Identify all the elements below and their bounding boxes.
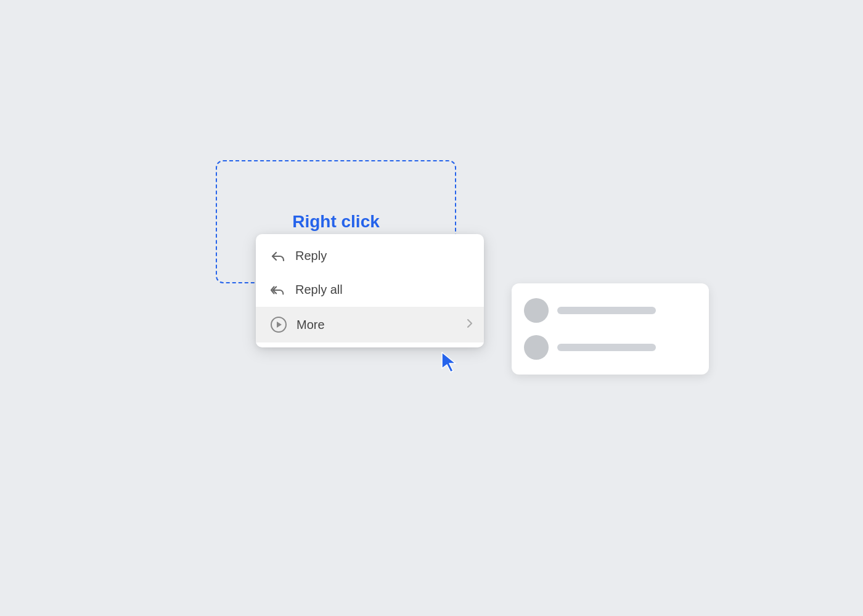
menu-item-more[interactable]: More [256,307,484,342]
preview-card [512,283,709,375]
menu-item-reply[interactable]: Reply [256,239,484,273]
svg-marker-0 [277,322,282,328]
menu-item-reply-all[interactable]: Reply all [256,273,484,307]
chevron-right-icon [467,318,473,331]
svg-marker-1 [442,352,456,372]
scene: Right click Reply Reply all [154,148,709,468]
card-row-2 [524,335,697,360]
cursor-pointer [441,351,459,376]
reply-label: Reply [295,249,327,263]
right-click-label: Right click [292,212,380,232]
reply-icon [271,250,285,262]
reply-all-label: Reply all [295,283,343,297]
avatar-2 [524,335,549,360]
card-row-1 [524,298,697,323]
context-menu: Reply Reply all More [256,234,484,347]
text-line-2 [557,344,656,351]
more-icon [271,317,287,333]
reply-all-icon [271,284,285,296]
text-line-1 [557,307,656,314]
more-label: More [297,318,325,332]
avatar-1 [524,298,549,323]
